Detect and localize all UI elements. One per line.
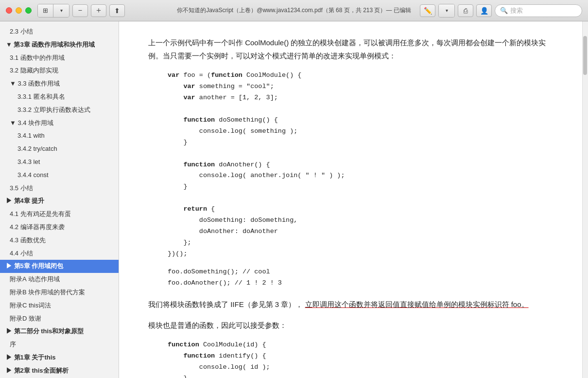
titlebar: ⊞ ▾ － ＋ ⬆ 你不知道的JavaScript（上卷）@www.java12… <box>0 0 588 21</box>
zoom-out-button[interactable]: － <box>72 4 88 17</box>
sidebar-item-p2ch2[interactable]: ▶ 第2章 this全面解析 <box>0 364 119 378</box>
sidebar-item-p2ch1[interactable]: ▶ 第1章 关于this <box>0 351 119 364</box>
search-icon: 🔍 <box>500 7 508 14</box>
sidebar-item-s3-3-1[interactable]: 3.3.1 匿名和具名 <box>0 90 119 104</box>
annotate-button[interactable]: ✏️ <box>420 4 435 17</box>
sidebar-item-s3-4-1[interactable]: 3.4.1 with <box>0 129 119 143</box>
page-layout-toggle: ⊞ ▾ <box>37 4 69 18</box>
search-placeholder: 搜索 <box>510 6 523 15</box>
maximize-button[interactable] <box>25 7 32 14</box>
export-button[interactable]: ⎙ <box>458 4 473 17</box>
sidebar: 2.3 小结▼ 第3章 函数作用域和块作用域3.1 函数中的作用域3.2 隐藏内… <box>0 21 119 378</box>
sidebar-item-s3-4-3[interactable]: 3.4.3 let <box>0 156 119 169</box>
sidebar-item-ch3[interactable]: ▼ 第3章 函数作用域和块作用域 <box>0 38 119 52</box>
sidebar-item-part2[interactable]: ▶ 第二部分 this和对象原型 <box>0 325 119 338</box>
scrollbar-thumb[interactable] <box>583 36 587 75</box>
zoom-in-button[interactable]: ＋ <box>91 4 106 17</box>
sidebar-item-s2-3[interactable]: 2.3 小结 <box>0 25 119 38</box>
sidebar-item-part2-xu[interactable]: 序 <box>0 338 119 351</box>
annotation-options: ▾ <box>438 4 455 18</box>
code-block-1: var foo = (function CoolModule() { var s… <box>168 70 553 260</box>
paragraph-1: 上一个示例代码中有一个叫作 CoolModule() 的独立的模块创建器，可以被… <box>148 36 553 62</box>
sidebar-item-apD[interactable]: 附录D 致谢 <box>0 312 119 325</box>
sidebar-item-s4-3[interactable]: 4.3 函数优先 <box>0 234 119 247</box>
sidebar-item-s3-1[interactable]: 3.1 函数中的作用域 <box>0 52 119 65</box>
window-title: 你不知道的JavaScript（上卷）@www.java1234.com.pdf… <box>177 6 411 15</box>
sidebar-item-s3-4-4[interactable]: 3.4.4 const <box>0 169 119 182</box>
minimize-button[interactable] <box>16 7 22 14</box>
sidebar-item-apA[interactable]: 附录A 动态作用域 <box>0 273 119 286</box>
close-button[interactable] <box>6 7 12 14</box>
code-block-3: function CoolModule(id) { function ident… <box>168 340 553 378</box>
para2-underline: 立即调用这个函数并将返回值直接赋值给单例的模块实例标识符 foo。 <box>305 300 529 308</box>
content-area[interactable]: 上一个示例代码中有一个叫作 CoolModule() 的独立的模块创建器，可以被… <box>119 21 582 378</box>
layout-dropdown-button[interactable]: ▾ <box>53 4 69 17</box>
annotation-dropdown[interactable]: ▾ <box>439 4 454 17</box>
sidebar-item-apB[interactable]: 附录B 块作用域的替代方案 <box>0 286 119 299</box>
sidebar-item-s4-2[interactable]: 4.2 编译器再度来袭 <box>0 221 119 234</box>
paragraph-3: 模块也是普通的函数，因此可以接受参数： <box>148 319 553 332</box>
code-block-2: foo.doSomething(); // cool foo.doAnother… <box>168 267 553 289</box>
sidebar-item-s3-5[interactable]: 3.5 小结 <box>0 182 119 195</box>
sidebar-item-ch5[interactable]: ▶ 第5章 作用域闭包 <box>0 260 119 273</box>
paragraph-2: 我们将模块函数转换成了 IIFE（参见第 3 章）， 立即调用这个函数并将返回值… <box>148 298 553 311</box>
main-area: 2.3 小结▼ 第3章 函数作用域和块作用域3.1 函数中的作用域3.2 隐藏内… <box>0 21 588 378</box>
scrollbar[interactable] <box>582 21 588 378</box>
sidebar-item-s3-3[interactable]: ▼ 3.3 函数作用域 <box>0 77 119 90</box>
traffic-lights <box>6 7 32 14</box>
share-button[interactable]: ⬆ <box>109 4 125 17</box>
sidebar-item-s3-4[interactable]: ▼ 3.4 块作用域 <box>0 117 119 130</box>
sidebar-item-s4-1[interactable]: 4.1 先有鸡还是先有蛋 <box>0 208 119 221</box>
sidebar-item-s3-3-2[interactable]: 3.3.2 立即执行函数表达式 <box>0 104 119 117</box>
sidebar-item-s3-4-2[interactable]: 3.4.2 try/catch <box>0 143 119 156</box>
toolbar-right: ✏️ ▾ ⎙ 👤 🔍 搜索 <box>420 4 582 18</box>
toolbar-controls: ⊞ ▾ － ＋ ⬆ <box>37 4 125 18</box>
sidebar-item-apC[interactable]: 附录C this词法 <box>0 299 119 312</box>
para2-text1: 我们将模块函数转换成了 IIFE（参见第 3 章）， <box>148 300 303 308</box>
profile-button[interactable]: 👤 <box>476 4 492 17</box>
sidebar-item-s4-4[interactable]: 4.4 小结 <box>0 247 119 260</box>
sidebar-item-s3-2[interactable]: 3.2 隐藏内部实现 <box>0 64 119 77</box>
single-page-button[interactable]: ⊞ <box>38 4 53 17</box>
search-box[interactable]: 🔍 搜索 <box>495 4 582 17</box>
sidebar-item-ch4[interactable]: ▶ 第4章 提升 <box>0 195 119 208</box>
